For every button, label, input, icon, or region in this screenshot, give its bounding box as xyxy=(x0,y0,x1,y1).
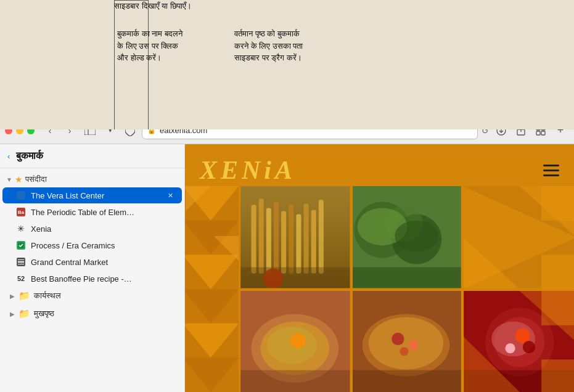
annotations-area: साइडबार दिखाएँ या छिपाएँ। बुकमार्क का ना… xyxy=(0,0,574,129)
svg-point-60 xyxy=(409,340,419,350)
svg-rect-26 xyxy=(274,202,279,273)
svg-point-53 xyxy=(290,333,305,348)
main-content: ‹ बुकमार्क ▼ ★ पसंदीदा The Vera List Cen… xyxy=(0,144,574,392)
sidebar: ‹ बुकमार्क ▼ ★ पसंदीदा The Vera List Cen… xyxy=(0,144,185,392)
webpage-content: XENiA xyxy=(185,144,574,392)
favorites-header[interactable]: ▼ ★ पसंदीदा xyxy=(0,172,184,187)
folder-desktop-icon: 📁 xyxy=(18,290,30,301)
svg-rect-9 xyxy=(541,131,545,135)
hamburger-line-1 xyxy=(543,165,559,166)
browser-window: ‹ › ▾ 🔒 eatxenia.com ↺ xyxy=(0,117,574,392)
folder-desktop-label: कार्यस्थल xyxy=(34,291,61,301)
svg-rect-29 xyxy=(296,214,301,274)
periodic-favicon: Ba xyxy=(16,207,26,217)
banoffee-favicon: 52 xyxy=(16,274,26,284)
folder-homepage-chevron-icon: ▶ xyxy=(10,311,15,317)
favorites-section: ▼ ★ पसंदीदा The Vera List Center ✕ Ba xyxy=(0,168,184,327)
svg-marker-78 xyxy=(541,359,574,392)
hamburger-menu[interactable] xyxy=(543,165,559,176)
grandcentral-favicon xyxy=(16,257,26,267)
annotation-drag-text: वर्तमान पृष्ठ को बुकमार्क करने के लिए उस… xyxy=(234,28,303,64)
annotation-sidebar-text: साइडबार दिखाएँ या छिपाएँ। xyxy=(114,0,192,12)
sidebar-title: बुकमार्क xyxy=(16,150,43,161)
favorites-chevron-icon: ▼ xyxy=(6,176,12,183)
svg-point-69 xyxy=(523,341,535,353)
svg-point-61 xyxy=(400,347,408,356)
xenia-logo: XENiA xyxy=(200,155,296,185)
bookmark-item-grandcentral[interactable]: Grand Central Market xyxy=(2,254,182,270)
sidebar-header: ‹ बुकमार्क xyxy=(0,144,184,168)
folder-item-desktop[interactable]: ▶ 📁 कार्यस्थल xyxy=(2,287,182,304)
svg-point-58 xyxy=(369,317,443,370)
svg-marker-75 xyxy=(541,186,574,221)
svg-rect-25 xyxy=(266,208,271,273)
hamburger-line-3 xyxy=(543,174,559,176)
svg-rect-54 xyxy=(240,370,350,392)
vera-close-icon[interactable]: ✕ xyxy=(166,191,174,200)
xenia-label: Xenia xyxy=(31,224,174,234)
svg-rect-27 xyxy=(281,211,286,273)
folder-desktop-chevron-icon: ▶ xyxy=(10,293,15,300)
svg-rect-31 xyxy=(311,210,316,273)
process-label: Process / Era Ceramics xyxy=(31,241,174,250)
folder-homepage-icon: 📁 xyxy=(18,308,30,319)
xenia-favicon: ✳ xyxy=(16,224,26,234)
favorites-label: पसंदीदा xyxy=(25,174,47,184)
bookmark-item-periodic[interactable]: Ba The Periodic Table of Elem… xyxy=(2,204,182,220)
bookmark-item-vera[interactable]: The Vera List Center ✕ xyxy=(2,187,182,203)
favorites-star-icon: ★ xyxy=(15,174,23,184)
svg-marker-76 xyxy=(541,255,574,289)
svg-rect-34 xyxy=(240,267,350,289)
hamburger-line-2 xyxy=(543,169,559,171)
bookmark-item-banoffee[interactable]: 52 Best Banoffee Pie recipe -… xyxy=(2,271,182,287)
chevron-left-icon: ‹ xyxy=(7,152,10,161)
svg-rect-28 xyxy=(289,205,293,273)
svg-rect-32 xyxy=(319,200,324,273)
banoffee-label: Best Banoffee Pie recipe -… xyxy=(31,274,174,284)
svg-point-41 xyxy=(395,221,438,252)
svg-rect-23 xyxy=(252,205,256,273)
folder-item-homepage[interactable]: ▶ 📁 मुखपृष्ठ xyxy=(2,305,182,322)
vera-label: The Vera List Center xyxy=(31,191,161,200)
svg-point-70 xyxy=(505,343,515,353)
svg-point-52 xyxy=(267,327,317,364)
bookmark-item-xenia[interactable]: ✳ Xenia xyxy=(2,221,182,237)
svg-rect-24 xyxy=(259,198,264,273)
svg-point-59 xyxy=(392,333,404,345)
periodic-label: The Periodic Table of Elem… xyxy=(31,208,174,217)
annotation-line-bookmark xyxy=(148,0,149,129)
svg-rect-8 xyxy=(536,131,540,135)
folder-homepage-label: मुखपृष्ठ xyxy=(34,309,54,319)
annotation-line-sidebar xyxy=(114,0,115,129)
food-collage-svg xyxy=(185,186,574,392)
annotation-bookmark-text: बुकमार्क का नाम बदलने के लिए उस पर क्लिक… xyxy=(117,28,182,64)
process-favicon xyxy=(16,240,26,250)
food-collage xyxy=(185,186,574,392)
bookmark-item-process[interactable]: Process / Era Ceramics xyxy=(2,237,182,253)
sidebar-back-button[interactable]: ‹ xyxy=(7,152,10,161)
svg-rect-62 xyxy=(351,370,461,392)
svg-rect-42 xyxy=(351,267,461,289)
vera-favicon xyxy=(16,190,26,200)
grandcentral-label: Grand Central Market xyxy=(31,258,174,267)
svg-rect-30 xyxy=(304,203,309,273)
